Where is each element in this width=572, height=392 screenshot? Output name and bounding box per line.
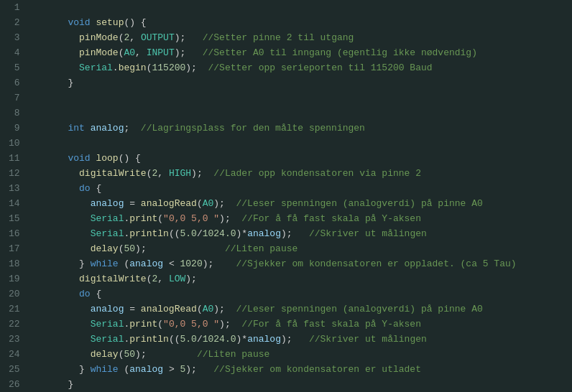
line-num-7: 7 — [9, 90, 20, 106]
line-num-19: 19 — [9, 271, 20, 286]
line-num-15: 15 — [9, 211, 20, 226]
code-line-7 — [34, 90, 572, 106]
line-num-9: 9 — [9, 121, 20, 136]
line-num-22: 22 — [9, 317, 20, 332]
code-line-8: int analog; //Lagringsplass for den målt… — [34, 106, 572, 121]
code-line-1: void setup() { — [34, 0, 572, 15]
code-editor: 1 2 3 4 5 6 7 8 9 10 11 12 13 14 15 16 1… — [0, 0, 572, 392]
line-num-14: 14 — [9, 196, 20, 211]
line-num-1: 1 — [9, 0, 20, 15]
line-num-8: 8 — [9, 106, 20, 121]
line-num-10: 10 — [9, 136, 20, 151]
line-num-18: 18 — [9, 256, 20, 271]
line-num-20: 20 — [9, 286, 20, 302]
line-num-26: 26 — [9, 377, 20, 392]
code-line-26 — [34, 377, 572, 392]
line-num-24: 24 — [9, 347, 20, 362]
code-line-20: analog = analogRead(A0); //Leser spennin… — [34, 286, 572, 302]
line-num-5: 5 — [9, 60, 20, 75]
line-num-16: 16 — [9, 226, 20, 241]
code-content: void setup() { pinMode(2, OUTPUT); //Set… — [29, 0, 572, 392]
code-line-6 — [34, 75, 572, 90]
line-num-13: 13 — [9, 181, 20, 196]
code-line-13: analog = analogRead(A0); //Leser spennin… — [34, 181, 572, 196]
line-num-23: 23 — [9, 332, 20, 347]
line-num-21: 21 — [9, 302, 20, 317]
line-num-12: 12 — [9, 166, 20, 181]
line-num-25: 25 — [9, 362, 20, 377]
line-num-11: 11 — [9, 151, 20, 166]
code-line-10: void loop() { — [34, 136, 572, 151]
line-num-6: 6 — [9, 75, 20, 90]
line-num-3: 3 — [9, 30, 20, 45]
line-num-2: 2 — [9, 15, 20, 30]
line-numbers: 1 2 3 4 5 6 7 8 9 10 11 12 13 14 15 16 1… — [0, 0, 29, 392]
line-num-4: 4 — [9, 45, 20, 60]
line-num-17: 17 — [9, 241, 20, 256]
